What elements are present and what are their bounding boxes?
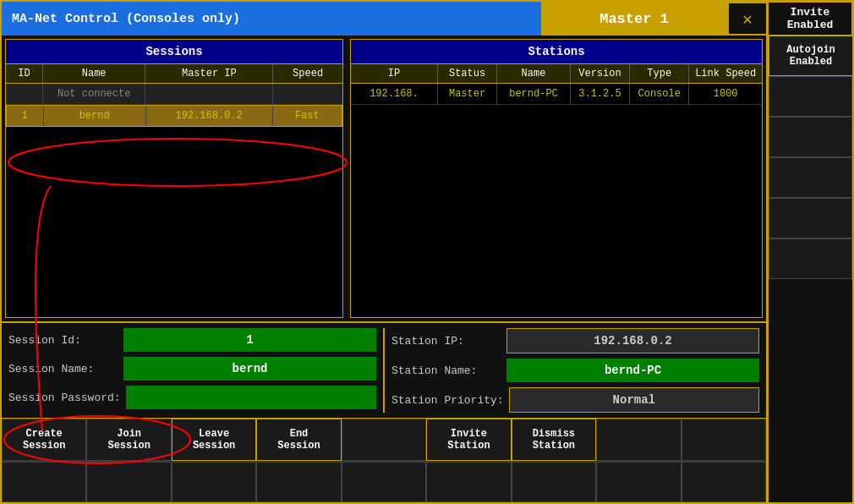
sidebar-btn-3: [769, 76, 852, 117]
table-row[interactable]: Not connecte: [6, 84, 342, 105]
row-name: Not connecte: [43, 84, 146, 104]
row-speed: [273, 84, 342, 104]
stations-panel: Stations IP Status Name Version Type Lin…: [350, 39, 763, 318]
stations-col-type: Type: [630, 64, 689, 83]
stations-table-body: 192.168. Master bernd-PC 3.1.2.5 Console…: [351, 84, 762, 317]
form-right: Station IP: Station Name: Station Priori…: [391, 328, 759, 413]
sessions-table-body: Not connecte 1 bernd 192.168.0.2 Fast: [6, 84, 342, 317]
row-id: [6, 84, 43, 104]
form-divider: [383, 328, 385, 413]
content-area: Sessions ID Name Master IP Speed Not con…: [2, 36, 852, 502]
stations-col-linkspeed: Link Speed: [689, 64, 762, 83]
app-title: MA-Net Control (Consoles only): [2, 2, 541, 36]
row-status: Master: [438, 84, 497, 104]
dismiss-station-button[interactable]: DismissStation: [512, 419, 596, 461]
stations-col-ip: IP: [351, 64, 438, 83]
sessions-panel: Sessions ID Name Master IP Speed Not con…: [5, 39, 343, 318]
empty-btn-2: [596, 419, 681, 461]
row-id: 1: [7, 106, 44, 126]
leave-session-button[interactable]: LeaveSession: [172, 419, 256, 461]
sidebar-btn-4: [769, 117, 852, 157]
session-id-label: Session Id:: [8, 334, 118, 347]
row-speed: Fast: [273, 106, 342, 126]
empty-btn-r2-7: [512, 462, 596, 502]
sidebar-btn-5: [769, 157, 852, 198]
station-ip-row: Station IP:: [391, 328, 759, 353]
row-name: bernd: [44, 106, 146, 126]
row-linkspeed: 1000: [689, 84, 762, 104]
sessions-col-name: Name: [43, 64, 146, 83]
sessions-table-header: ID Name Master IP Speed: [6, 64, 342, 84]
row-masterip: 192.168.0.2: [146, 106, 273, 126]
sessions-col-id: ID: [6, 64, 43, 83]
station-priority-label: Station Priority:: [391, 394, 504, 407]
stations-header: Stations: [351, 40, 762, 64]
session-password-input[interactable]: [126, 386, 376, 409]
join-session-button[interactable]: JoinSession: [86, 419, 171, 461]
left-panel: Sessions ID Name Master IP Speed Not con…: [2, 36, 768, 502]
empty-btn-r2-1: [2, 462, 86, 502]
station-name-input[interactable]: [506, 359, 759, 382]
sidebar-btn-6: [769, 198, 852, 238]
row-masterip: [145, 84, 273, 104]
session-name-row: Session Name:: [8, 357, 376, 381]
row-version: 3.1.2.5: [571, 84, 630, 104]
stations-col-status: Status: [438, 64, 497, 83]
form-left: Session Id: Session Name: Session Passwo…: [8, 328, 376, 413]
station-name-row: Station Name:: [391, 359, 759, 382]
station-ip-input[interactable]: [506, 328, 759, 353]
invite-station-button[interactable]: InviteStation: [426, 419, 511, 461]
sessions-header: Sessions: [6, 40, 342, 64]
station-priority-row: Station Priority:: [391, 387, 759, 413]
sessions-col-speed: Speed: [273, 64, 342, 83]
empty-btn-r2-4: [256, 462, 341, 502]
row-ip: 192.168.: [351, 84, 438, 104]
empty-btn-3: [682, 419, 766, 461]
session-password-label: Session Password:: [8, 392, 121, 404]
session-name-label: Session Name:: [8, 363, 118, 375]
empty-btn-r2-5: [342, 462, 426, 502]
session-id-input[interactable]: [123, 328, 376, 352]
sessions-col-masterip: Master IP: [145, 64, 273, 83]
table-row[interactable]: 1 bernd 192.168.0.2 Fast: [6, 105, 342, 127]
stations-col-name: Name: [497, 64, 571, 83]
empty-btn-1: [342, 419, 426, 461]
stations-col-version: Version: [571, 64, 630, 83]
sidebar-btn-7: [769, 238, 852, 279]
buttons-row-2: [2, 461, 766, 502]
right-sidebar: Autojoin Enabled: [768, 36, 852, 502]
session-id-row: Session Id:: [8, 328, 376, 352]
stations-table-header: IP Status Name Version Type Link Speed: [351, 64, 762, 84]
form-area: Session Id: Session Name: Session Passwo…: [2, 323, 766, 418]
empty-btn-r2-2: [86, 462, 171, 502]
session-password-row: Session Password:: [8, 386, 376, 409]
empty-btn-r2-9: [682, 462, 766, 502]
end-session-button[interactable]: EndSession: [256, 419, 341, 461]
row-name: bernd-PC: [497, 84, 571, 104]
table-row[interactable]: 192.168. Master bernd-PC 3.1.2.5 Console…: [351, 84, 762, 105]
empty-btn-r2-8: [596, 462, 681, 502]
station-name-label: Station Name:: [391, 364, 501, 377]
invite-enabled-button[interactable]: Invite Enabled: [768, 2, 852, 36]
buttons-row-1: CreateSession JoinSession LeaveSession E…: [2, 418, 766, 461]
station-priority-input[interactable]: [509, 387, 759, 413]
autojoin-enabled-button[interactable]: Autojoin Enabled: [769, 36, 852, 76]
session-name-input[interactable]: [123, 357, 376, 381]
bottom-area: Session Id: Session Name: Session Passwo…: [2, 321, 766, 502]
station-ip-label: Station IP:: [391, 335, 501, 348]
tables-area: Sessions ID Name Master IP Speed Not con…: [2, 36, 766, 321]
empty-btn-r2-3: [172, 462, 256, 502]
title-bar: MA-Net Control (Consoles only) Master 1 …: [2, 2, 852, 36]
create-session-button[interactable]: CreateSession: [2, 419, 86, 461]
row-type: Console: [630, 84, 689, 104]
empty-btn-r2-6: [426, 462, 511, 502]
master-label: Master 1: [541, 2, 727, 36]
close-button[interactable]: ✕: [727, 2, 768, 36]
